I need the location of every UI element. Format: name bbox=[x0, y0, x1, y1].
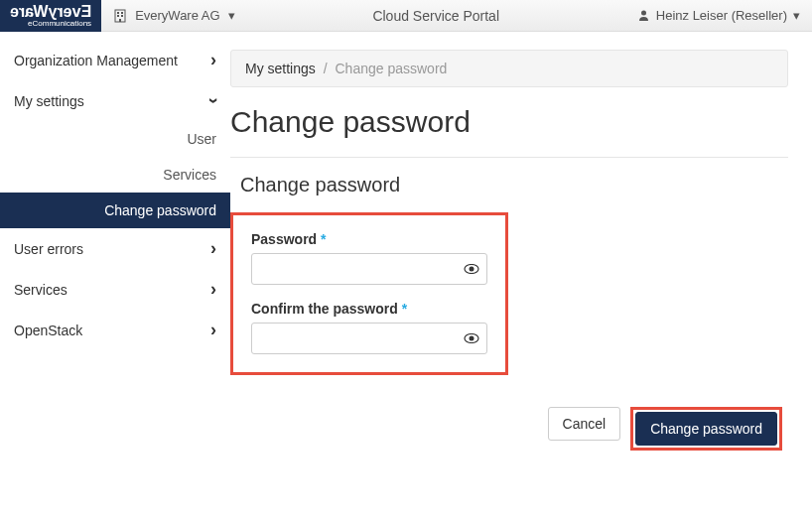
sidebar: Organization Management › My settings › … bbox=[0, 32, 230, 474]
form-actions: Cancel Change password bbox=[230, 407, 788, 451]
breadcrumb-current: Change password bbox=[335, 61, 447, 76]
page-title: Change password bbox=[230, 105, 788, 139]
divider bbox=[230, 157, 788, 158]
sidebar-sub-change-password[interactable]: Change password bbox=[0, 193, 230, 228]
chevron-right-icon: › bbox=[210, 279, 216, 300]
sidebar-item-user-errors[interactable]: User errors › bbox=[0, 228, 230, 269]
breadcrumb-parent[interactable]: My settings bbox=[245, 61, 316, 76]
org-selector[interactable]: EveryWare AG ▾ bbox=[101, 8, 246, 23]
portal-title: Cloud Service Portal bbox=[247, 8, 625, 24]
svg-rect-1 bbox=[117, 12, 119, 14]
sidebar-item-org-mgmt[interactable]: Organization Management › bbox=[0, 40, 230, 80]
svg-rect-5 bbox=[119, 19, 121, 22]
org-label: EveryWare AG bbox=[135, 8, 219, 23]
building-icon bbox=[113, 9, 127, 23]
sidebar-item-label: User errors bbox=[14, 241, 83, 257]
logo: EveryWare eCommunications bbox=[0, 0, 101, 32]
required-asterisk: * bbox=[402, 301, 407, 317]
chevron-right-icon: › bbox=[210, 320, 216, 340]
sidebar-item-openstack[interactable]: OpenStack › bbox=[0, 310, 230, 350]
svg-point-8 bbox=[470, 267, 474, 272]
sidebar-item-label: OpenStack bbox=[14, 323, 82, 338]
cancel-button[interactable]: Cancel bbox=[548, 407, 621, 441]
section-title: Change password bbox=[240, 174, 788, 196]
caret-down-icon: ▾ bbox=[793, 8, 800, 23]
eye-icon[interactable] bbox=[464, 333, 479, 343]
chevron-right-icon: › bbox=[210, 238, 216, 259]
required-asterisk: * bbox=[321, 231, 326, 247]
logo-text: EveryWare bbox=[10, 4, 91, 20]
password-input[interactable] bbox=[251, 253, 487, 285]
sidebar-sub-services[interactable]: Services bbox=[0, 157, 230, 193]
svg-rect-3 bbox=[117, 15, 119, 17]
user-label: Heinz Leiser (Reseller) bbox=[656, 8, 787, 23]
sidebar-item-label: Services bbox=[14, 282, 68, 298]
sidebar-item-label: Organization Management bbox=[14, 53, 178, 68]
eye-icon[interactable] bbox=[464, 264, 479, 274]
password-label: Password * bbox=[251, 231, 487, 247]
change-password-button[interactable]: Change password bbox=[635, 412, 777, 446]
sidebar-item-my-settings[interactable]: My settings › bbox=[0, 80, 230, 121]
chevron-right-icon: › bbox=[210, 50, 216, 70]
sidebar-item-label: My settings bbox=[14, 93, 84, 109]
breadcrumb-separator: / bbox=[324, 61, 328, 76]
password-label-text: Password bbox=[251, 231, 317, 247]
password-form-highlight: Password * Confirm the password * bbox=[230, 212, 508, 375]
confirm-password-label: Confirm the password * bbox=[251, 301, 487, 317]
svg-point-10 bbox=[470, 336, 474, 341]
main: My settings / Change password Change pas… bbox=[230, 32, 812, 474]
svg-rect-4 bbox=[121, 15, 123, 17]
confirm-label-text: Confirm the password bbox=[251, 301, 398, 317]
submit-highlight: Change password bbox=[630, 407, 782, 451]
breadcrumb: My settings / Change password bbox=[230, 50, 788, 87]
user-menu[interactable]: Heinz Leiser (Reseller) ▾ bbox=[625, 8, 812, 23]
user-icon bbox=[637, 9, 650, 22]
caret-down-icon: ▾ bbox=[228, 8, 235, 23]
logo-subtext: eCommunications bbox=[10, 20, 91, 28]
sidebar-item-services[interactable]: Services › bbox=[0, 269, 230, 310]
svg-rect-2 bbox=[121, 12, 123, 14]
chevron-down-icon: › bbox=[203, 98, 224, 104]
header: EveryWare eCommunications EveryWare AG ▾… bbox=[0, 0, 812, 32]
confirm-password-input[interactable] bbox=[251, 323, 487, 354]
sidebar-sub-user[interactable]: User bbox=[0, 121, 230, 157]
svg-point-6 bbox=[641, 11, 646, 16]
